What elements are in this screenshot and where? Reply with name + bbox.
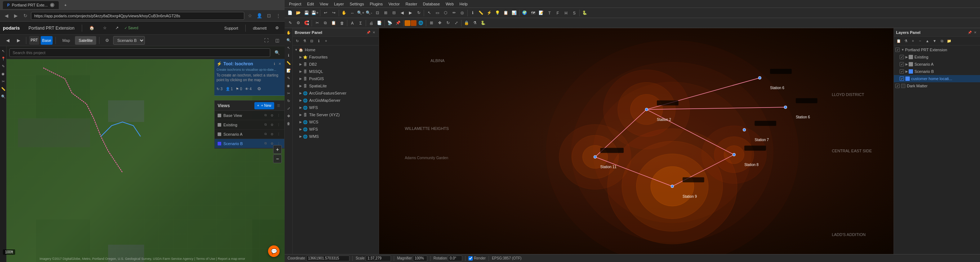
menu-edit[interactable]: Edit (304, 0, 317, 8)
qt-svg-annotation[interactable]: S (570, 9, 578, 17)
browser-filter[interactable]: ⚗ (301, 38, 308, 45)
qt2-advanced[interactable]: ⚙ (294, 19, 302, 27)
qgis-map[interactable]: Station 6 Station 2 Station 6 Station 7 … (379, 28, 894, 254)
magnifier-input[interactable] (413, 256, 427, 261)
ql-delete[interactable]: 🗑 (285, 120, 292, 127)
qt-annotation[interactable]: 📝 (537, 9, 545, 17)
render-checkbox[interactable] (468, 256, 473, 260)
qt-zoom-prev[interactable]: ◀ (398, 9, 406, 17)
tree-spatialite[interactable]: ▶ 🗄 SpatiaLite (293, 82, 379, 89)
qt-measure[interactable]: 📏 (477, 9, 485, 17)
menu-raster[interactable]: Raster (402, 0, 420, 8)
tree-wfs[interactable]: ▶ 🌐 WFS (293, 104, 379, 111)
layer-existing[interactable]: ✓ ▶ Existing (894, 53, 980, 61)
browser-refresh[interactable]: ↻ (294, 38, 301, 45)
qt2-scale[interactable]: ⤢ (452, 19, 460, 27)
layer-scenario-b[interactable]: ✓ ▶ Scenario B (894, 68, 980, 75)
menu-settings[interactable]: Settings (347, 0, 367, 8)
reload-button[interactable]: ↻ (22, 12, 29, 19)
qt2-gps[interactable]: 📡 (386, 19, 394, 27)
location-tool[interactable]: 📍 (0, 55, 6, 62)
view-settings-base[interactable]: ⚙ (269, 113, 275, 118)
qt2-rotate[interactable]: ↻ (444, 19, 452, 27)
url-input[interactable] (31, 12, 244, 20)
qt-action[interactable]: ⚡ (485, 9, 493, 17)
qt-save[interactable]: 💾 (303, 9, 310, 17)
qt-python[interactable]: 🐍 (581, 9, 589, 17)
home-icon[interactable]: 🏠 (86, 24, 97, 32)
ql-pan[interactable]: ✋ (285, 29, 292, 36)
tree-postgis[interactable]: ▶ 🗄 PostGIS (293, 75, 379, 82)
menu-view[interactable]: View (317, 0, 331, 8)
qt2-globe[interactable]: 🌐 (417, 19, 425, 27)
layers-panel-pin[interactable]: 📌 (967, 30, 972, 35)
qt-pan[interactable]: ✋ (340, 9, 348, 17)
layers-move-down[interactable]: ▼ (931, 38, 938, 45)
browser-panel-close[interactable]: ✕ (371, 30, 377, 35)
ql-rotate[interactable]: ↻ (285, 97, 292, 104)
layer-prt-group[interactable]: ✓ ▼ Portland PRT Extension (894, 46, 980, 53)
tree-favourites[interactable]: ▶ ⭐ Favourites (293, 53, 379, 61)
ql-split[interactable]: ✂ (285, 89, 292, 97)
extensions-button[interactable]: ⊡ (265, 12, 272, 19)
qt2-snap[interactable]: 🧲 (303, 19, 310, 27)
ql-digitize[interactable]: ✎ (285, 74, 292, 81)
layer-customer-home[interactable]: ✓ customer home locati... (894, 75, 980, 82)
qt-html-annotation[interactable]: H (562, 9, 570, 17)
browser-collapse[interactable]: ⊟ (309, 38, 315, 45)
measure-tool[interactable]: 📏 (0, 86, 6, 92)
menu-button[interactable]: ⋮ (275, 12, 282, 19)
layers-move-up[interactable]: ▲ (924, 38, 931, 45)
collapse-button[interactable]: ◫ (272, 36, 282, 45)
ql-select[interactable]: ↖ (285, 44, 292, 51)
qt2-report[interactable]: 📑 (375, 19, 383, 27)
epsg-display[interactable]: EPSG:3857 (OTF) (492, 256, 521, 260)
layer-scenario-a[interactable]: ✓ ▶ Scenario A (894, 61, 980, 68)
view-delete-scenario-a[interactable]: ⋮ (275, 131, 282, 137)
layers-filter[interactable]: ⚗ (902, 38, 909, 45)
bookmark-button[interactable]: ☆ (247, 12, 254, 19)
view-scenario-a[interactable]: Scenario A ⧉ ⚙ ⋮ (215, 129, 284, 139)
qt-pan-map[interactable]: ↔ (348, 9, 356, 17)
new-view-button[interactable]: + + New (255, 102, 274, 109)
view-copy-scenario-a[interactable]: ⧉ (262, 131, 269, 137)
view-base-view[interactable]: Base View ⧉ ⚙ ⋮ (215, 111, 284, 120)
qt2-lock[interactable]: 🔒 (463, 19, 471, 27)
settings-button[interactable]: ⚙ (272, 24, 282, 32)
qt-zoom-next[interactable]: ▶ (406, 9, 414, 17)
ql-node[interactable]: ◉ (285, 82, 292, 89)
layers-open-attr[interactable]: 📋 (895, 38, 902, 45)
layer-dm-checkbox[interactable]: ✓ (895, 84, 900, 88)
qt2-color1[interactable] (405, 20, 410, 26)
layer-dark-matter[interactable]: ✓ Dark Matter (894, 82, 980, 89)
coordinate-input[interactable] (306, 256, 350, 261)
views-menu-button[interactable]: ☰ (275, 103, 282, 109)
isochron-close-button[interactable]: ✕ (277, 61, 282, 66)
map-settings-icon[interactable]: ⚙ (102, 36, 112, 45)
browser-panel-pin[interactable]: 📌 (366, 30, 371, 35)
qt-zoom-layer[interactable]: ⊞ (382, 9, 390, 17)
qt2-python2[interactable]: 🐍 (479, 19, 487, 27)
pen-tool[interactable]: ✎ (0, 63, 6, 69)
tree-db2[interactable]: ▶ 🗄 DB2 (293, 61, 379, 68)
qt-select-poly[interactable]: ⬡ (442, 9, 450, 17)
qt-select-radius[interactable]: ◎ (458, 9, 466, 17)
qt-refresh[interactable]: ↻ (415, 9, 423, 17)
view-copy-existing[interactable]: ⧉ (262, 122, 269, 128)
back-button[interactable]: ◀ (3, 12, 10, 19)
tree-wms[interactable]: ▶ 🌐 WMS (293, 133, 379, 140)
qt-open[interactable]: 📂 (294, 9, 302, 17)
zoom-in-button[interactable]: + (273, 145, 282, 154)
qt-zoom-full[interactable]: ⊡ (373, 9, 381, 17)
fullscreen-button[interactable]: ⛶ (262, 36, 271, 45)
layer-sa-checkbox[interactable]: ✓ (900, 62, 904, 66)
active-tab[interactable]: P Portland PRT Exte... ✕ (3, 1, 59, 9)
prt-tag[interactable]: PRT (29, 36, 39, 45)
layers-group[interactable]: 📁 (946, 38, 952, 45)
qt-select-freehand[interactable]: ✏ (450, 9, 458, 17)
search-input[interactable] (10, 48, 270, 57)
qt-redo[interactable]: ↪ (330, 9, 337, 17)
browser-add[interactable]: + (323, 38, 329, 45)
tree-tile-server[interactable]: ▶ 🗄 Tile Server (XYZ) (293, 111, 379, 118)
qt2-zoom-scale[interactable]: ⊞ (427, 19, 435, 27)
